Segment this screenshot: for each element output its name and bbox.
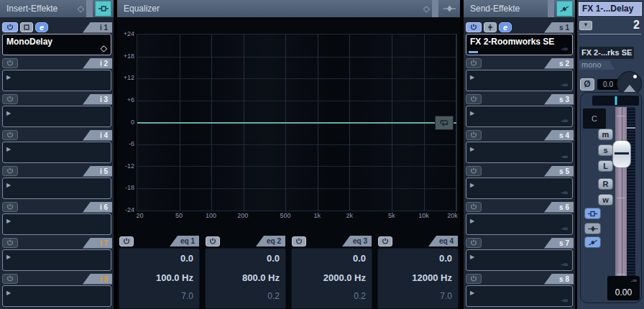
insert-2-effect-selector[interactable]: ▶ bbox=[2, 70, 111, 91]
preset-diamond-icon[interactable]: ◇ bbox=[101, 43, 107, 53]
insert-1-bypass-button[interactable] bbox=[20, 22, 33, 32]
send-7-power-button[interactable] bbox=[466, 238, 482, 248]
insert-1-edit-button[interactable]: e bbox=[35, 22, 48, 32]
inserts-bypass-button[interactable] bbox=[95, 1, 111, 17]
eq-band-1-q[interactable]: 7.0 bbox=[119, 291, 193, 301]
eq-band-2-power-button[interactable] bbox=[206, 236, 220, 246]
fader-track[interactable] bbox=[615, 107, 627, 290]
preset-diamond-icon[interactable]: ◇ bbox=[78, 4, 84, 14]
inserts-state-button[interactable] bbox=[584, 208, 601, 219]
preset-diamond-icon[interactable]: ◇ bbox=[423, 4, 430, 14]
send-1-effect-selector[interactable]: FX 2-Roomworks SE -∞ bbox=[466, 34, 573, 55]
eq-band-1-gain[interactable]: 0.0 bbox=[119, 253, 193, 264]
db-tick: -12 bbox=[125, 162, 134, 170]
send-icon bbox=[560, 5, 569, 13]
send-1-level-value[interactable]: -∞ bbox=[561, 45, 568, 52]
insert-4-power-button[interactable] bbox=[2, 130, 18, 140]
insert-5-effect-selector[interactable]: ▶ bbox=[2, 177, 111, 199]
sends-bypass-button[interactable] bbox=[556, 1, 573, 17]
eq-loop-button[interactable] bbox=[435, 116, 454, 130]
freq-tick: 50 bbox=[175, 212, 183, 219]
eq-state-button[interactable] bbox=[584, 223, 601, 234]
insert-7-effect-selector[interactable]: ▶ bbox=[2, 249, 111, 271]
triangle-icon: ▶ bbox=[6, 147, 11, 152]
input-gain-value[interactable]: 0.0 bbox=[597, 79, 619, 90]
freq-tick: 1k bbox=[314, 212, 321, 219]
send-8-effect-selector[interactable]: ▶-∞ bbox=[466, 285, 573, 307]
channel-select-dropdown[interactable]: ▼ bbox=[579, 21, 592, 30]
send-5-power-button[interactable] bbox=[466, 166, 482, 176]
read-automation-button[interactable]: R bbox=[598, 178, 613, 190]
triangle-icon: ▶ bbox=[470, 218, 474, 224]
send-6-power-button[interactable] bbox=[466, 202, 482, 212]
insert-8-effect-selector[interactable]: ▶ bbox=[2, 285, 111, 307]
output-routing[interactable]: FX 2-...rks SE bbox=[579, 47, 634, 59]
eq-curve-display[interactable] bbox=[137, 34, 457, 211]
send-1-power-button[interactable] bbox=[466, 22, 482, 32]
insert-8-tab: i 8 bbox=[83, 274, 112, 285]
eq-band-1-frequency[interactable]: 100.0 Hz bbox=[119, 272, 193, 283]
insert-6-power-button[interactable] bbox=[2, 202, 18, 212]
send-4-effect-selector[interactable]: ▶-∞ bbox=[466, 142, 573, 163]
insert-6-effect-selector[interactable]: ▶ bbox=[2, 213, 111, 235]
eq-band-3-frequency[interactable]: 2000.0 Hz bbox=[292, 272, 366, 283]
eq-band-3-power-button[interactable] bbox=[292, 236, 306, 246]
level-readout[interactable]: -∞ 0.00 bbox=[607, 276, 640, 300]
eq-band-4-q[interactable]: 7.0 bbox=[378, 291, 452, 301]
pan-value[interactable]: C bbox=[583, 109, 606, 129]
write-automation-button[interactable]: w bbox=[598, 194, 613, 206]
inserts-header: Insert-Effekte ◇ bbox=[0, 0, 114, 17]
send-6-effect-selector[interactable]: ▶-∞ bbox=[466, 213, 573, 235]
channel-count: 2 bbox=[633, 19, 641, 32]
peak-value: -∞ bbox=[631, 277, 637, 284]
send-8-power-button[interactable] bbox=[466, 274, 482, 284]
solo-button[interactable]: s bbox=[598, 144, 613, 156]
insert-7-power-button[interactable] bbox=[2, 238, 18, 248]
send-slot-8: s 8 ▶-∞ bbox=[464, 272, 575, 308]
equalizer-panel: Equalizer ◇ +24 +18 +12 +6 0 -6 -12 -18 … bbox=[117, 0, 460, 309]
insert-slot-6: i 6 ▶ bbox=[0, 200, 114, 236]
send-4-power-button[interactable] bbox=[466, 130, 482, 140]
eq-band-4-gain[interactable]: 0.0 bbox=[378, 253, 452, 264]
insert-1-effect-selector[interactable]: MonoDelay ◇ bbox=[2, 34, 111, 55]
send-4-level-value: -∞ bbox=[561, 153, 568, 160]
send-7-effect-selector[interactable]: ▶-∞ bbox=[466, 249, 573, 271]
eq-band-2-gain[interactable]: 0.0 bbox=[206, 253, 280, 264]
send-3-power-button[interactable] bbox=[466, 94, 482, 104]
eq-band-4-power-button[interactable] bbox=[378, 236, 392, 246]
sends-state-button[interactable] bbox=[584, 236, 601, 248]
insert-2-power-button[interactable] bbox=[2, 58, 18, 68]
eq-band-4: eq 4 0.0 12000 Hz 7.0 bbox=[377, 235, 459, 309]
insert-8-power-button[interactable] bbox=[2, 274, 18, 284]
send-3-effect-selector[interactable]: ▶-∞ bbox=[466, 106, 573, 127]
send-1-level-bar[interactable] bbox=[469, 51, 478, 53]
channel-name[interactable]: FX 1-...Delay bbox=[579, 2, 642, 16]
send-8-tab: s 8 bbox=[544, 274, 574, 285]
square-icon bbox=[23, 24, 30, 31]
eq-band-1-power-button[interactable] bbox=[119, 236, 134, 246]
eq-band-4-frequency[interactable]: 12000 Hz bbox=[378, 272, 452, 283]
eq-curve[interactable] bbox=[137, 122, 456, 124]
fader-handle[interactable] bbox=[612, 140, 631, 168]
phase-button[interactable]: Ø bbox=[580, 78, 594, 91]
inserts-title: Insert-Effekte bbox=[6, 4, 58, 14]
insert-3-effect-selector[interactable]: ▶ bbox=[2, 106, 111, 127]
send-2-effect-selector[interactable]: ▶-∞ bbox=[466, 70, 573, 91]
listen-button[interactable]: L bbox=[598, 160, 613, 172]
eq-band-2-q[interactable]: 0.2 bbox=[206, 291, 280, 301]
triangle-icon: ▶ bbox=[6, 254, 11, 260]
send-1-prefader-button[interactable] bbox=[484, 22, 497, 32]
eq-band-3-q[interactable]: 0.2 bbox=[292, 291, 366, 301]
mute-button[interactable]: m bbox=[598, 129, 613, 140]
eq-band-2-frequency[interactable]: 800.0 Hz bbox=[206, 272, 280, 283]
send-5-effect-selector[interactable]: ▶-∞ bbox=[466, 177, 573, 199]
insert-4-effect-selector[interactable]: ▶ bbox=[2, 142, 111, 163]
insert-5-power-button[interactable] bbox=[2, 166, 18, 176]
insert-3-power-button[interactable] bbox=[2, 94, 18, 104]
pan-slider[interactable] bbox=[592, 96, 639, 106]
eq-compare-button[interactable] bbox=[441, 1, 458, 17]
send-2-power-button[interactable] bbox=[466, 58, 482, 68]
insert-1-power-button[interactable] bbox=[2, 22, 18, 32]
send-1-edit-button[interactable]: e bbox=[499, 22, 512, 32]
eq-band-3-gain[interactable]: 0.0 bbox=[292, 253, 366, 264]
